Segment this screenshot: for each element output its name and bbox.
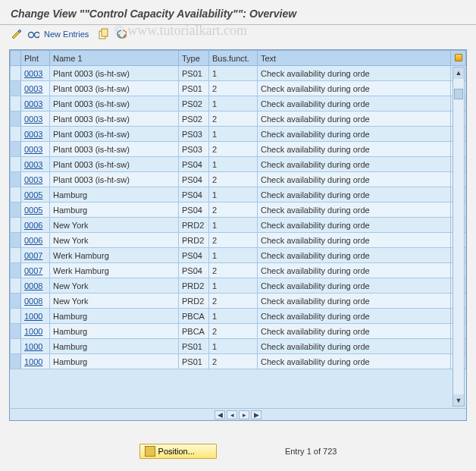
- cell-plnt[interactable]: 0005: [21, 203, 50, 218]
- table-row[interactable]: 1000HamburgPBCA1Check availability durin…: [11, 309, 466, 324]
- row-selector[interactable]: [11, 278, 21, 294]
- cell-text[interactable]: Check availability during orde: [258, 81, 451, 96]
- row-selector[interactable]: [11, 324, 21, 339]
- new-entries-button[interactable]: New Entries: [44, 30, 89, 39]
- row-selector[interactable]: [11, 157, 21, 172]
- cell-name[interactable]: Hamburg: [50, 354, 179, 369]
- cell-type[interactable]: PS04: [179, 263, 209, 278]
- cell-bus[interactable]: 1: [209, 66, 258, 81]
- cell-bus[interactable]: 1: [209, 187, 258, 203]
- cell-name[interactable]: Plant 0003 (is-ht-sw): [50, 142, 179, 157]
- cell-text[interactable]: Check availability during orde: [258, 354, 451, 369]
- row-selector[interactable]: [11, 127, 21, 142]
- cell-bus[interactable]: 1: [209, 309, 258, 324]
- cell-name[interactable]: Hamburg: [50, 187, 179, 203]
- table-row[interactable]: 0003Plant 0003 (is-ht-sw)PS011Check avai…: [11, 66, 466, 81]
- cell-type[interactable]: PBCA: [179, 309, 209, 324]
- cell-plnt[interactable]: 1000: [21, 324, 50, 339]
- cell-name[interactable]: Plant 0003 (is-ht-sw): [50, 127, 179, 142]
- cell-name[interactable]: Werk Hamburg: [50, 263, 179, 278]
- cell-type[interactable]: PS01: [179, 354, 209, 369]
- cell-name[interactable]: Plant 0003 (is-ht-sw): [50, 81, 179, 96]
- cell-plnt[interactable]: 0006: [21, 218, 50, 233]
- cell-text[interactable]: Check availability during orde: [258, 218, 451, 233]
- cell-name[interactable]: Plant 0003 (is-ht-sw): [50, 157, 179, 172]
- cell-type[interactable]: PS03: [179, 127, 209, 142]
- table-row[interactable]: 1000HamburgPBCA2Check availability durin…: [11, 324, 466, 339]
- cell-name[interactable]: Hamburg: [50, 203, 179, 218]
- row-selector[interactable]: [11, 233, 21, 248]
- row-selector[interactable]: [11, 294, 21, 309]
- cell-bus[interactable]: 1: [209, 248, 258, 263]
- cell-plnt[interactable]: 0003: [21, 172, 50, 187]
- cell-text[interactable]: Check availability during orde: [258, 339, 451, 354]
- cell-text[interactable]: Check availability during orde: [258, 96, 451, 111]
- row-selector[interactable]: [11, 339, 21, 354]
- cell-type[interactable]: PRD2: [179, 278, 209, 294]
- cell-plnt[interactable]: 0003: [21, 142, 50, 157]
- cell-bus[interactable]: 1: [209, 278, 258, 294]
- cell-bus[interactable]: 1: [209, 127, 258, 142]
- cell-plnt[interactable]: 0008: [21, 294, 50, 309]
- scroll-right-icon[interactable]: ▸: [239, 410, 249, 419]
- table-row[interactable]: 0003Plant 0003 (is-ht-sw)PS042Check avai…: [11, 172, 466, 187]
- row-selector[interactable]: [11, 263, 21, 278]
- cell-bus[interactable]: 2: [209, 324, 258, 339]
- table-row[interactable]: 0005HamburgPS041Check availability durin…: [11, 187, 466, 203]
- copy-icon[interactable]: [98, 28, 110, 40]
- cell-bus[interactable]: 2: [209, 354, 258, 369]
- cell-text[interactable]: Check availability during orde: [258, 157, 451, 172]
- row-selector[interactable]: [11, 248, 21, 263]
- cell-bus[interactable]: 2: [209, 81, 258, 96]
- col-bus[interactable]: Bus.funct.: [209, 51, 258, 66]
- scroll-track[interactable]: [453, 79, 464, 394]
- cell-text[interactable]: Check availability during orde: [258, 142, 451, 157]
- col-type[interactable]: Type: [179, 51, 209, 66]
- cell-name[interactable]: New York: [50, 218, 179, 233]
- cell-bus[interactable]: 2: [209, 111, 258, 127]
- cell-text[interactable]: Check availability during orde: [258, 309, 451, 324]
- cell-plnt[interactable]: 1000: [21, 339, 50, 354]
- table-row[interactable]: 0006New YorkPRD21Check availability duri…: [11, 218, 466, 233]
- cell-name[interactable]: Plant 0003 (is-ht-sw): [50, 66, 179, 81]
- cell-bus[interactable]: 2: [209, 233, 258, 248]
- col-name[interactable]: Name 1: [50, 51, 179, 66]
- cell-type[interactable]: PS03: [179, 142, 209, 157]
- cell-bus[interactable]: 2: [209, 263, 258, 278]
- cell-type[interactable]: PS01: [179, 81, 209, 96]
- row-selector[interactable]: [11, 111, 21, 127]
- cell-name[interactable]: Werk Hamburg: [50, 248, 179, 263]
- row-selector[interactable]: [11, 172, 21, 187]
- cell-bus[interactable]: 1: [209, 218, 258, 233]
- table-row[interactable]: 0008New YorkPRD21Check availability duri…: [11, 278, 466, 294]
- cell-type[interactable]: PS04: [179, 172, 209, 187]
- row-selector[interactable]: [11, 66, 21, 81]
- cell-plnt[interactable]: 0003: [21, 111, 50, 127]
- cell-bus[interactable]: 2: [209, 172, 258, 187]
- cell-type[interactable]: PS04: [179, 187, 209, 203]
- cell-plnt[interactable]: 1000: [21, 354, 50, 369]
- cell-plnt[interactable]: 0006: [21, 233, 50, 248]
- cell-text[interactable]: Check availability during orde: [258, 324, 451, 339]
- undo-icon[interactable]: [114, 28, 127, 40]
- cell-plnt[interactable]: 1000: [21, 309, 50, 324]
- cell-plnt[interactable]: 0003: [21, 127, 50, 142]
- scroll-left-icon[interactable]: ◂: [227, 410, 237, 419]
- scroll-last-icon[interactable]: ▶: [251, 410, 261, 419]
- row-selector[interactable]: [11, 218, 21, 233]
- cell-name[interactable]: Plant 0003 (is-ht-sw): [50, 172, 179, 187]
- row-selector[interactable]: [11, 203, 21, 218]
- cell-name[interactable]: Hamburg: [50, 339, 179, 354]
- scroll-down-icon[interactable]: ▼: [453, 395, 464, 406]
- row-selector[interactable]: [11, 142, 21, 157]
- cell-bus[interactable]: 2: [209, 294, 258, 309]
- cell-type[interactable]: PS01: [179, 66, 209, 81]
- cell-name[interactable]: Plant 0003 (is-ht-sw): [50, 96, 179, 111]
- table-row[interactable]: 1000HamburgPS011Check availability durin…: [11, 339, 466, 354]
- col-select-all[interactable]: [11, 51, 21, 66]
- cell-bus[interactable]: 2: [209, 203, 258, 218]
- cell-name[interactable]: New York: [50, 233, 179, 248]
- cell-bus[interactable]: 1: [209, 157, 258, 172]
- cell-plnt[interactable]: 0003: [21, 96, 50, 111]
- cell-type[interactable]: PBCA: [179, 324, 209, 339]
